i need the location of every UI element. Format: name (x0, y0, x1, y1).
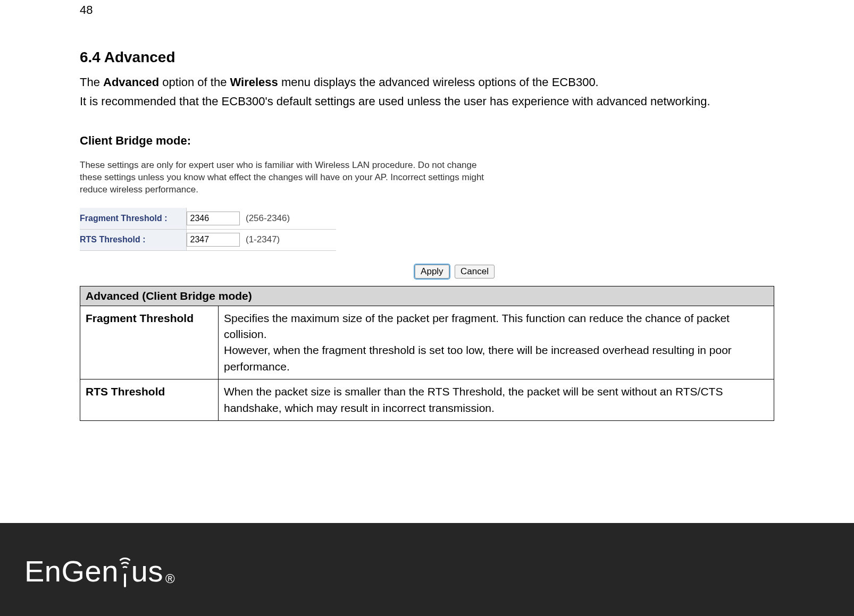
desc-key: RTS Threshold (80, 379, 219, 421)
setting-label: Fragment Threshold : (80, 208, 186, 229)
apply-button[interactable]: Apply (415, 265, 449, 279)
table-row: Fragment Threshold Specifies the maximum… (80, 306, 774, 379)
section-heading: 6.4 Advanced (80, 49, 774, 66)
setting-range: (1-2347) (246, 229, 336, 250)
rts-threshold-input[interactable] (187, 233, 240, 247)
settings-panel: These settings are only for expert user … (80, 159, 774, 278)
warning-text: These settings are only for expert user … (80, 159, 489, 196)
intro-line-1: The Advanced option of the Wireless menu… (80, 73, 774, 91)
brand-logo: EnGen us ® (24, 553, 175, 586)
registered-mark: ® (165, 571, 175, 586)
cancel-button[interactable]: Cancel (455, 265, 495, 279)
setting-range: (256-2346) (246, 208, 336, 229)
setting-input-cell (186, 229, 246, 250)
settings-row: Fragment Threshold : (256-2346) (80, 208, 336, 229)
page: 48 6.4 Advanced The Advanced option of t… (0, 0, 854, 616)
page-number: 48 (80, 3, 774, 17)
desc-key: Fragment Threshold (80, 306, 219, 379)
description-table: Advanced (Client Bridge mode) Fragment T… (80, 286, 774, 421)
table-header: Advanced (Client Bridge mode) (80, 286, 774, 306)
setting-label: RTS Threshold : (80, 229, 186, 250)
intro-text: The Advanced option of the Wireless menu… (80, 73, 774, 111)
desc-value: Specifies the maximum size of the packet… (219, 306, 774, 379)
footer: EnGen us ® (0, 523, 854, 616)
settings-table: Fragment Threshold : (256-2346) RTS Thre… (80, 208, 336, 251)
brand-text-post: us (131, 556, 163, 586)
brand-text-pre: EnGen (24, 556, 119, 586)
setting-input-cell (186, 208, 246, 229)
intro-line-2: It is recommended that the ECB300's defa… (80, 92, 774, 111)
subheading: Client Bridge mode: (80, 134, 774, 148)
table-row: RTS Threshold When the packet size is sm… (80, 379, 774, 421)
table-header-row: Advanced (Client Bridge mode) (80, 286, 774, 306)
settings-row: RTS Threshold : (1-2347) (80, 229, 336, 250)
antenna-icon (118, 553, 132, 587)
button-row: Apply Cancel (80, 265, 495, 279)
fragment-threshold-input[interactable] (187, 212, 240, 225)
content-area: 48 6.4 Advanced The Advanced option of t… (0, 0, 854, 421)
desc-value: When the packet size is smaller than the… (219, 379, 774, 421)
